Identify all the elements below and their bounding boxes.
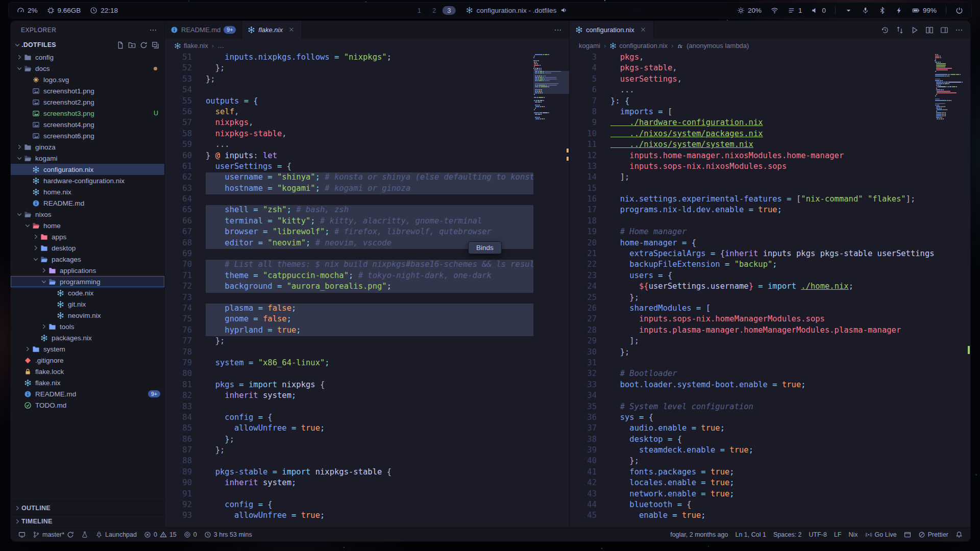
code-line-45[interactable]: enable = true;: [610, 511, 935, 521]
code-line-16[interactable]: nix.settings.experimental-features = ["n…: [610, 194, 935, 205]
history-icon[interactable]: [881, 26, 889, 34]
code-line-39[interactable]: steamdeck.enable = true;: [610, 445, 935, 456]
code-line-62[interactable]: username = "shinya"; # konsta or shinya …: [206, 172, 533, 183]
code-line-13[interactable]: inputs.sops-nix.nixosModules.sops: [610, 162, 935, 172]
status-preview[interactable]: [900, 528, 915, 541]
tree-item-screenshot6.png[interactable]: screenshot6.png: [11, 130, 164, 141]
code-line-59[interactable]: ...: [206, 140, 533, 151]
code-line-75[interactable]: gnome = false;: [206, 314, 533, 325]
collapse-all-icon[interactable]: [152, 41, 159, 49]
topbar-network[interactable]: [771, 7, 778, 14]
code-line-91[interactable]: [206, 489, 533, 500]
code-line-72[interactable]: background = "aurora_borealis.png";: [206, 282, 533, 292]
tree-item-docs[interactable]: docs: [11, 63, 164, 74]
code-line-22[interactable]: backupFileExtension = "backup";: [610, 260, 935, 270]
code-line-61[interactable]: userSettings = {: [206, 162, 533, 172]
code-line-23[interactable]: users = {: [610, 271, 935, 282]
code-line-71[interactable]: theme = "catppuccin-mocha"; # tokyo-nigh…: [206, 271, 533, 282]
code-line-88[interactable]: [206, 456, 533, 467]
more-icon[interactable]: [554, 26, 562, 34]
code-line-42[interactable]: locales.enable = true;: [610, 478, 935, 489]
tree-item-screenshot2.png[interactable]: screenshot2.png: [11, 96, 164, 108]
code-line-52[interactable]: };: [206, 63, 533, 74]
tree-item-apps[interactable]: apps: [11, 231, 164, 242]
compare-icon[interactable]: [896, 26, 904, 34]
code-line-63[interactable]: hostname = "kogami"; # kogami or ginoza: [206, 184, 533, 194]
layout-icon[interactable]: [940, 26, 948, 34]
code-line-7[interactable]: }: {: [610, 96, 935, 107]
code-line-80[interactable]: [206, 369, 533, 380]
close-icon[interactable]: [640, 26, 648, 34]
tree-item-flake.nix[interactable]: flake.nix: [11, 377, 164, 388]
tree-item-packages[interactable]: packages: [11, 254, 164, 265]
code-line-11[interactable]: ../nixos/system/system.nix: [610, 140, 935, 151]
tree-item-code.nix[interactable]: code.nix: [11, 287, 164, 298]
code-line-28[interactable]: inputs.plasma-manager.homeManagerModules…: [610, 325, 935, 336]
run-icon[interactable]: [911, 26, 919, 34]
tree-item-todo.md[interactable]: TODO.md: [11, 399, 164, 411]
status-time-tracked[interactable]: 3 hrs 53 mins: [201, 528, 256, 541]
tree-item-configuration.nix[interactable]: configuration.nix: [11, 164, 164, 175]
tree-item-ginoza[interactable]: ginoza: [11, 141, 164, 153]
tree-item-programming[interactable]: programming: [11, 276, 164, 287]
code-line-24[interactable]: ${userSettings.username} = import ./home…: [610, 282, 935, 292]
status-git-branch[interactable]: master*: [29, 528, 78, 541]
tree-item-flake.lock[interactable]: flake.lock: [11, 366, 164, 377]
split-icon[interactable]: [925, 26, 934, 34]
status-ports[interactable]: 0: [180, 528, 201, 541]
tree-item-system[interactable]: system: [11, 343, 164, 355]
workspace-1[interactable]: 1: [413, 6, 426, 15]
code-line-83[interactable]: [206, 402, 533, 413]
tree-item-readme.md[interactable]: README.md9+: [11, 388, 164, 399]
code-line-40[interactable]: };: [610, 456, 935, 467]
minimap[interactable]: [935, 53, 970, 528]
code-line-84[interactable]: config = {: [206, 413, 533, 423]
editor-flake-nix[interactable]: 5152535455565758596061626364656667686970…: [165, 53, 569, 528]
code-line-73[interactable]: [206, 293, 533, 304]
code-line-54[interactable]: [206, 85, 533, 96]
tree-item-home.nix[interactable]: home.nix: [11, 186, 164, 197]
code-line-87[interactable]: };: [206, 445, 533, 456]
status-remote[interactable]: [15, 528, 29, 541]
close-icon[interactable]: [288, 26, 296, 34]
new-folder-icon[interactable]: [128, 41, 136, 49]
code-line-21[interactable]: extraSpecialArgs = {inherit inputs pkgs …: [610, 249, 935, 260]
more-actions-icon[interactable]: [149, 26, 157, 34]
tab-configuration[interactable]: configuration.nix: [570, 21, 654, 39]
topbar-updates[interactable]: 1: [788, 7, 802, 14]
code-line-18[interactable]: [610, 216, 935, 227]
code-line-33[interactable]: boot.loader.systemd-boot.enable = true;: [610, 380, 935, 391]
code-line-38[interactable]: desktop = {: [610, 435, 935, 445]
code-line-74[interactable]: plasma = false;: [206, 304, 533, 314]
code-line-4[interactable]: pkgs-stable,: [610, 63, 935, 74]
code-line-12[interactable]: inputs.home-manager.nixosModules.home-ma…: [610, 151, 935, 162]
code-line-55[interactable]: outputs = {: [206, 96, 533, 107]
code-line-57[interactable]: nixpkgs,: [206, 118, 533, 129]
status-encoding[interactable]: UTF-8: [805, 528, 830, 541]
code-line-32[interactable]: # Bootloader: [610, 369, 935, 380]
code-line-44[interactable]: bluetooth = {: [610, 500, 935, 511]
code-line-29[interactable]: ];: [610, 336, 935, 347]
tree-item-screenshot4.png[interactable]: screenshot4.png: [11, 119, 164, 130]
status-cursor-position[interactable]: Ln 1, Col 1: [731, 528, 769, 541]
tree-item-kogami[interactable]: kogami: [11, 153, 164, 164]
code-line-70[interactable]: # List all themes: $ nix build nixpkgs#b…: [206, 260, 533, 270]
status-language-mode[interactable]: Nix: [845, 528, 862, 541]
code-line-66[interactable]: terminal = "kitty"; # kitty, alacritty, …: [206, 216, 533, 227]
code-line-17[interactable]: programs.nix-ld.dev.enable = true;: [610, 205, 935, 216]
refresh-icon[interactable]: [140, 41, 148, 49]
code-line-64[interactable]: [206, 194, 533, 205]
code-line-5[interactable]: userSettings,: [610, 74, 935, 85]
tree-item-desktop[interactable]: desktop: [11, 242, 164, 254]
breadcrumb-item--[interactable]: …: [217, 42, 224, 49]
code-line-14[interactable]: ];: [610, 172, 935, 183]
status-indentation[interactable]: Spaces: 2: [770, 528, 805, 541]
tab-flake[interactable]: flake.nix: [242, 21, 302, 39]
topbar-power[interactable]: [955, 7, 963, 14]
status-tests[interactable]: [78, 528, 92, 541]
code-area[interactable]: pkgs, pkgs-stable, userSettings, ...}: {…: [610, 53, 935, 528]
tree-item-packages.nix[interactable]: packages.nix: [11, 332, 164, 343]
code-line-20[interactable]: home-manager = {: [610, 238, 935, 249]
code-line-9[interactable]: ./hardware-configuration.nix: [610, 118, 935, 129]
tab-readme[interactable]: README.md9+: [165, 21, 242, 39]
